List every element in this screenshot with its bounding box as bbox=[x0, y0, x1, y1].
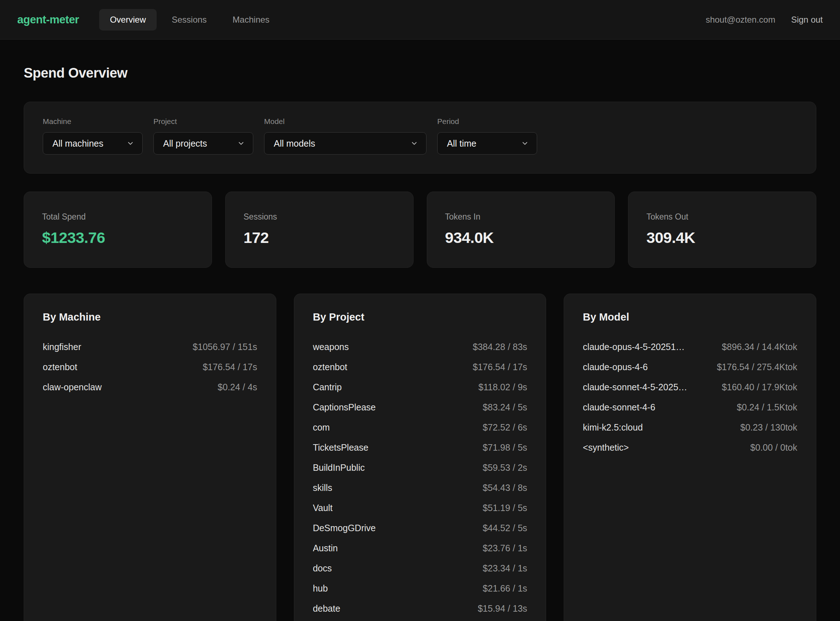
stat-card-tokens-in: Tokens In934.0K bbox=[427, 192, 615, 268]
stat-label-total-spend: Total Spend bbox=[42, 212, 194, 222]
table-row: claude-sonnet-4-5-2025…$160.40 / 17.9Kto… bbox=[583, 377, 797, 397]
model-select-value: All models bbox=[274, 138, 315, 149]
table-row: docs$23.34 / 1s bbox=[313, 558, 527, 578]
table-row: TicketsPlease$71.98 / 5s bbox=[313, 437, 527, 457]
model-select[interactable]: All models bbox=[264, 132, 427, 154]
row-value: $1056.97 / 151s bbox=[192, 342, 257, 352]
table-row: Vault$51.19 / 5s bbox=[313, 498, 527, 518]
row-name: Cantrip bbox=[313, 382, 470, 392]
filter-group-machine: MachineAll machines bbox=[43, 117, 143, 154]
stat-label-tokens-out: Tokens Out bbox=[646, 212, 798, 222]
row-name: debate bbox=[313, 603, 469, 614]
chevron-down-icon bbox=[126, 139, 135, 147]
row-name: skills bbox=[313, 483, 474, 493]
filter-label-machine: Machine bbox=[43, 117, 143, 126]
row-value: $176.54 / 17s bbox=[203, 362, 257, 372]
chevron-down-icon bbox=[410, 139, 418, 147]
period-select[interactable]: All time bbox=[437, 132, 537, 154]
chevron-down-icon bbox=[410, 139, 418, 147]
stat-value-tokens-out: 309.4K bbox=[646, 229, 798, 247]
row-name: Vault bbox=[313, 503, 474, 513]
table-row: Cantrip$118.02 / 9s bbox=[313, 377, 527, 397]
stat-value-total-spend: $1233.76 bbox=[42, 229, 194, 247]
panel-by-machine: By Machinekingfisher$1056.97 / 151sozten… bbox=[24, 294, 276, 621]
row-value: $118.02 / 9s bbox=[478, 382, 527, 392]
stat-label-sessions: Sessions bbox=[244, 212, 395, 222]
row-name: <synthetic> bbox=[583, 442, 742, 453]
row-value: $0.24 / 1.5Ktok bbox=[737, 402, 797, 413]
filter-group-model: ModelAll models bbox=[264, 117, 427, 154]
main-content: Spend Overview MachineAll machinesProjec… bbox=[0, 65, 840, 621]
row-value: $72.52 / 6s bbox=[483, 422, 527, 433]
chevron-down-icon bbox=[237, 139, 245, 147]
filter-group-period: PeriodAll time bbox=[437, 117, 537, 154]
sign-out-button[interactable]: Sign out bbox=[791, 15, 823, 25]
chevron-down-icon bbox=[237, 139, 245, 147]
row-name: BuildInPublic bbox=[313, 462, 474, 473]
row-value: $23.34 / 1s bbox=[483, 563, 527, 574]
panel-rows-by-project: weapons$384.28 / 83soztenbot$176.54 / 17… bbox=[313, 337, 527, 621]
row-value: $160.40 / 17.9Ktok bbox=[722, 382, 797, 392]
filter-label-period: Period bbox=[437, 117, 537, 126]
project-select-value: All projects bbox=[163, 138, 207, 149]
chevron-down-icon bbox=[521, 139, 529, 147]
row-name: docs bbox=[313, 563, 474, 574]
row-name: claude-opus-4-5-20251… bbox=[583, 342, 713, 352]
table-row: claw-openclaw$0.24 / 4s bbox=[43, 377, 257, 397]
table-row: CaptionsPlease$83.24 / 5s bbox=[313, 397, 527, 417]
panel-rows-by-model: claude-opus-4-5-20251…$896.34 / 14.4Ktok… bbox=[583, 337, 797, 457]
stat-card-tokens-out: Tokens Out309.4K bbox=[628, 192, 816, 268]
stat-cards: Total Spend$1233.76Sessions172Tokens In9… bbox=[24, 192, 816, 268]
panel-rows-by-machine: kingfisher$1056.97 / 151soztenbot$176.54… bbox=[43, 337, 257, 397]
chevron-down-icon bbox=[521, 139, 529, 147]
app-logo[interactable]: agent-meter bbox=[17, 13, 79, 26]
row-value: $15.94 / 13s bbox=[478, 603, 527, 614]
row-value: $0.24 / 4s bbox=[218, 382, 257, 392]
row-value: $59.53 / 2s bbox=[483, 462, 527, 473]
filter-label-project: Project bbox=[153, 117, 253, 126]
panel-by-project: By Projectweapons$384.28 / 83soztenbot$1… bbox=[294, 294, 546, 621]
row-value: $896.34 / 14.4Ktok bbox=[722, 342, 797, 352]
chevron-down-icon bbox=[126, 139, 135, 147]
tab-machines[interactable]: Machines bbox=[222, 9, 280, 30]
row-value: $0.00 / 0tok bbox=[750, 442, 797, 453]
row-name: Austin bbox=[313, 543, 474, 553]
row-name: oztenbot bbox=[43, 362, 194, 372]
table-row: claude-opus-4-6$176.54 / 275.4Ktok bbox=[583, 357, 797, 377]
panel-title-by-project: By Project bbox=[313, 311, 527, 323]
table-row: debate$15.94 / 13s bbox=[313, 598, 527, 618]
row-value: $71.98 / 5s bbox=[483, 442, 527, 453]
stat-card-sessions: Sessions172 bbox=[225, 192, 413, 268]
breakdown-panels: By Machinekingfisher$1056.97 / 151sozten… bbox=[24, 294, 816, 621]
machine-select[interactable]: All machines bbox=[43, 132, 143, 154]
table-row: claude-opus-4-5-20251…$896.34 / 14.4Ktok bbox=[583, 337, 797, 357]
table-row: <synthetic>$0.00 / 0tok bbox=[583, 437, 797, 457]
stat-value-tokens-in: 934.0K bbox=[445, 229, 597, 247]
table-row: kingfisher$1056.97 / 151s bbox=[43, 337, 257, 357]
page-title: Spend Overview bbox=[24, 65, 816, 81]
row-name: TicketsPlease bbox=[313, 442, 474, 453]
table-row: skills$54.43 / 8s bbox=[313, 478, 527, 498]
row-value: $0.23 / 130tok bbox=[740, 422, 797, 433]
filter-label-model: Model bbox=[264, 117, 427, 126]
nav-tabs: OverviewSessionsMachines bbox=[99, 9, 280, 30]
row-name: kingfisher bbox=[43, 342, 184, 352]
table-row: kimi-k2.5:cloud$0.23 / 130tok bbox=[583, 417, 797, 437]
row-value: $176.54 / 17s bbox=[473, 362, 527, 372]
row-name: kimi-k2.5:cloud bbox=[583, 422, 731, 433]
row-name: hub bbox=[313, 583, 474, 594]
stat-label-tokens-in: Tokens In bbox=[445, 212, 597, 222]
panel-by-model: By Modelclaude-opus-4-5-20251…$896.34 / … bbox=[564, 294, 816, 621]
tab-sessions[interactable]: Sessions bbox=[161, 9, 217, 30]
table-row: hub$21.66 / 1s bbox=[313, 578, 527, 598]
row-value: $83.24 / 5s bbox=[483, 402, 527, 413]
table-row: claude-sonnet-4-6$0.24 / 1.5Ktok bbox=[583, 397, 797, 417]
row-value: $44.52 / 5s bbox=[483, 523, 527, 533]
row-name: com bbox=[313, 422, 474, 433]
user-email: shout@ozten.com bbox=[705, 15, 775, 25]
period-select-value: All time bbox=[447, 138, 477, 149]
tab-overview[interactable]: Overview bbox=[99, 9, 157, 30]
panel-title-by-model: By Model bbox=[583, 311, 797, 323]
row-name: claude-opus-4-6 bbox=[583, 362, 708, 372]
project-select[interactable]: All projects bbox=[153, 132, 253, 154]
